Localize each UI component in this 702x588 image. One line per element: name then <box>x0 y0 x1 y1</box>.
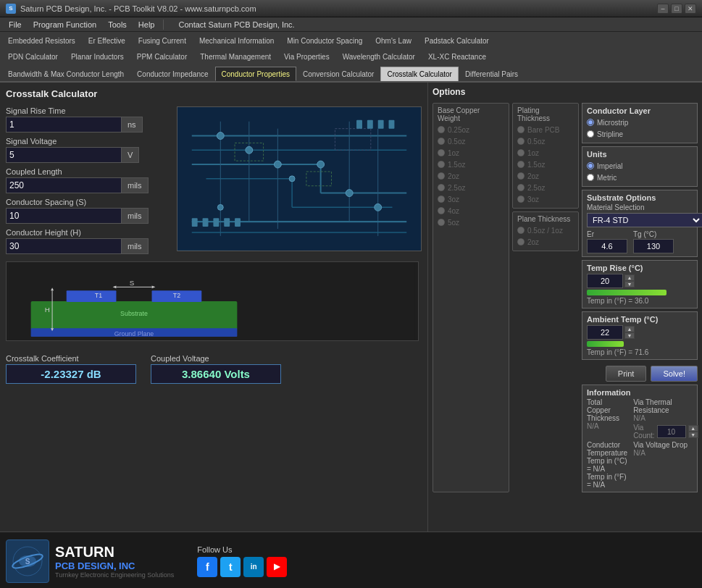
close-button[interactable]: ✕ <box>685 4 696 14</box>
conductor-microstrip[interactable]: Microstrip <box>587 117 693 128</box>
conductor-spacing-label: Conductor Spacing (S) <box>6 198 165 206</box>
plating-2.5oz: 2.5oz <box>517 182 574 193</box>
conductor-spacing-input[interactable] <box>6 208 122 224</box>
svg-text:H: H <box>45 306 50 314</box>
svg-rect-35 <box>389 120 395 129</box>
substrate-title: Substrate Options <box>587 193 693 202</box>
svg-rect-33 <box>367 120 373 129</box>
conductor-stripline[interactable]: Stripline <box>587 128 693 140</box>
temp-rise-input[interactable] <box>587 274 623 288</box>
signal-rise-time-input[interactable] <box>6 117 122 133</box>
menu-contact[interactable]: Contact Saturn PCB Design, Inc. <box>172 17 300 32</box>
ambient-temp-down-button[interactable]: ▼ <box>624 332 635 339</box>
print-button[interactable]: Print <box>606 366 647 382</box>
via-count-input[interactable] <box>657 425 686 438</box>
temp-rise-up-button[interactable]: ▲ <box>624 274 635 281</box>
facebook-button[interactable]: f <box>197 557 217 577</box>
svg-point-16 <box>274 161 281 168</box>
svg-text:T1: T1 <box>95 292 102 299</box>
tab-differential-pairs[interactable]: Differential Pairs <box>459 67 525 81</box>
title-bar-left: S Saturn PCB Design, Inc. - PCB Toolkit … <box>6 4 256 14</box>
tab-thermal-management[interactable]: Thermal Management <box>193 49 277 64</box>
copper-0.25oz: 0.25oz <box>438 124 504 135</box>
logo-area: S SATURN PCB DESIGN, INC Turnkey Electro… <box>0 532 702 588</box>
conductor-spacing-group: Conductor Spacing (S) mils <box>6 198 165 224</box>
er-input[interactable] <box>587 239 627 253</box>
maximize-button[interactable]: □ <box>671 4 682 14</box>
plating-2oz: 2oz <box>517 170 574 182</box>
tab-bandwidth[interactable]: Bandwidth & Max Conductor Length <box>1 67 130 81</box>
tab-conductor-impedance[interactable]: Conductor Impedance <box>130 67 214 81</box>
crosstalk-coeff-value: -2.23327 dB <box>6 364 136 384</box>
total-copper-label: Total Copper Thickness <box>587 398 627 422</box>
svg-text:T2: T2 <box>173 292 180 299</box>
svg-point-19 <box>375 203 382 211</box>
tab-embedded-resistors[interactable]: Embedded Resistors <box>1 33 82 48</box>
plane-thickness-section: Plane Thickness 0.5oz / 1oz 2oz <box>512 211 579 251</box>
tab-planar-inductors[interactable]: Planar Inductors <box>64 49 130 64</box>
tab-xl-xc-reactance[interactable]: XL-XC Reactance <box>422 49 493 64</box>
tab-crosstalk-calculator[interactable]: Crosstalk Calculator <box>380 67 458 81</box>
tab-conductor-properties[interactable]: Conductor Properties <box>215 67 297 81</box>
tab-ohms-law[interactable]: Ohm's Law <box>369 33 418 48</box>
temp-rise-input-row: ▲ ▼ <box>587 274 693 288</box>
plating-0.5oz: 0.5oz <box>517 135 574 147</box>
temp-rise-down-button[interactable]: ▼ <box>624 281 635 287</box>
via-count-row: Via Count: ▲ ▼ <box>633 424 698 440</box>
twitter-button[interactable]: t <box>220 557 241 577</box>
linkedin-button[interactable]: in <box>243 557 264 577</box>
tab-conversion-calculator[interactable]: Conversion Calculator <box>296 67 380 81</box>
ambient-temp-bar <box>587 341 624 347</box>
material-selection-dropdown[interactable]: FR-4 STD Rogers 4003 Rogers 4350 <box>587 213 702 227</box>
coupled-length-input[interactable] <box>6 177 122 193</box>
tab-min-conductor-spacing[interactable]: Min Conductor Spacing <box>280 33 369 48</box>
signal-voltage-input[interactable] <box>6 147 122 163</box>
ambient-temp-up-button[interactable]: ▲ <box>624 326 635 332</box>
tab-mechanical-information[interactable]: Mechanical Information <box>193 33 280 48</box>
tab-ppm-calculator[interactable]: PPM Calculator <box>130 49 193 64</box>
menu-tools[interactable]: Tools <box>102 17 133 32</box>
units-metric[interactable]: Metric <box>587 172 693 183</box>
tab-row-3: Bandwidth & Max Conductor Length Conduct… <box>0 64 702 81</box>
menu-file[interactable]: File <box>3 17 28 32</box>
units-imperial[interactable]: Imperial <box>587 160 693 172</box>
copper-1.5oz: 1.5oz <box>438 159 504 170</box>
copper-2.5oz: 2.5oz <box>438 182 504 193</box>
svg-text:Ground Plane: Ground Plane <box>114 330 154 337</box>
svg-rect-28 <box>203 218 209 227</box>
crosstalk-coeff-label: Crosstalk Coefficient <box>6 354 136 363</box>
svg-point-21 <box>289 176 295 182</box>
social-area: Follow Us f t in ▶ <box>197 545 287 577</box>
main-content: Crosstalk Calculator Signal Rise Time ns… <box>0 83 702 532</box>
via-count-down[interactable]: ▼ <box>688 432 698 438</box>
temp-rise-bar <box>587 290 667 295</box>
base-copper-weight-title: Base Copper Weight <box>438 106 504 122</box>
tab-er-effective[interactable]: Er Effective <box>82 33 132 48</box>
tab-wavelength-calculator[interactable]: Wavelength Calculator <box>336 49 422 64</box>
tab-padstack-calculator[interactable]: Padstack Calculator <box>418 33 496 48</box>
tg-input[interactable] <box>633 239 674 253</box>
plating-thickness-title: Plating Thickness <box>517 106 574 122</box>
solve-button[interactable]: Solve! <box>651 366 698 382</box>
ambient-temp-input[interactable] <box>587 325 623 340</box>
copper-2oz: 2oz <box>438 170 504 182</box>
minimize-button[interactable]: – <box>657 4 669 14</box>
plane-0.5oz-1oz: 0.5oz / 1oz <box>517 224 574 236</box>
youtube-button[interactable]: ▶ <box>267 557 287 577</box>
menu-program-function[interactable]: Program Function <box>28 17 102 32</box>
substrate-section: Substrate Options Material Selection FR-… <box>582 190 698 257</box>
plating-thickness-section: Plating Thickness Bare PCB 0.5oz 1oz 1.5… <box>512 103 579 209</box>
ambient-temp-spinner: ▲ ▼ <box>624 326 635 339</box>
tab-via-properties[interactable]: Via Properties <box>277 49 336 64</box>
plating-1.5oz: 1.5oz <box>517 159 574 170</box>
via-count-up[interactable]: ▲ <box>688 425 698 432</box>
tab-pdn-calculator[interactable]: PDN Calculator <box>1 49 64 64</box>
conductor-layer-section: Conductor Layer Microstrip Stripline <box>582 103 698 143</box>
plating-3oz: 3oz <box>517 193 574 205</box>
tab-fusing-current[interactable]: Fusing Current <box>132 33 193 48</box>
menu-help[interactable]: Help <box>133 17 161 32</box>
svg-text:S: S <box>130 279 135 287</box>
conductor-height-input[interactable] <box>6 238 122 254</box>
toolbar: Embedded Resistors Er Effective Fusing C… <box>0 32 702 83</box>
plating-bare: Bare PCB <box>517 124 574 135</box>
